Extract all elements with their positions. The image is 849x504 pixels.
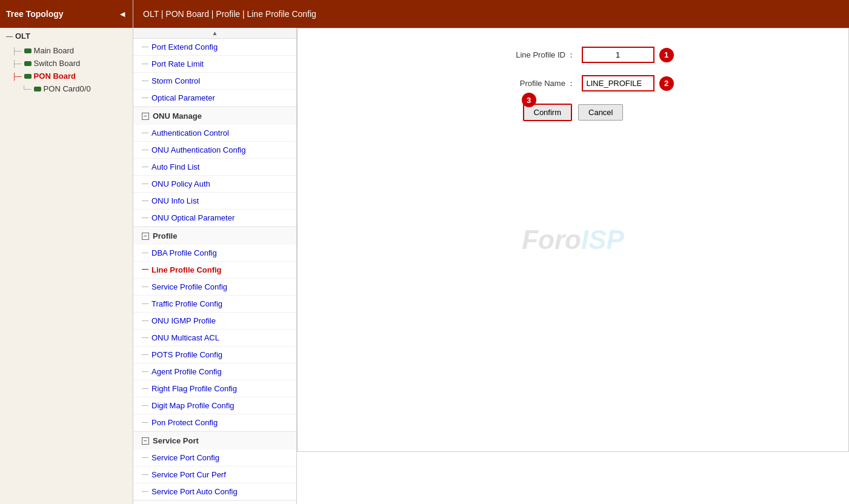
service-port-label: Service Port xyxy=(153,436,199,445)
nav-item-pon-protect[interactable]: Pon Protect Config xyxy=(133,414,296,431)
nav-item-auth-control[interactable]: Authentication Control xyxy=(133,125,296,142)
step-badge-1: 1 xyxy=(659,48,674,62)
tree-branch-card: └─ xyxy=(22,85,32,93)
tree-node-pon-card[interactable]: └─ PON Card0/0 xyxy=(16,82,133,95)
main-content: Foro ISP Line Profile ID ： 1 Profile Nam… xyxy=(297,28,849,504)
scroll-up-indicator[interactable]: ▲ xyxy=(133,28,296,39)
step-badge-3: 3 xyxy=(522,93,536,107)
nav-item-port-extend-config[interactable]: Port Extend Config xyxy=(133,39,296,56)
nav-item-optical-parameter[interactable]: Optical Parameter xyxy=(133,90,296,107)
sidebar-toggle[interactable]: ◄ xyxy=(118,9,127,19)
board-icon-switch xyxy=(24,61,32,66)
minus-box-icon: − xyxy=(142,113,149,120)
minus-box-service-icon: − xyxy=(142,437,149,445)
line-profile-id-label: Line Profile ID ： xyxy=(473,50,582,61)
pon-card-label: PON Card0/0 xyxy=(44,84,91,93)
nav-section-header-profile[interactable]: − Profile xyxy=(133,227,296,245)
profile-name-label: Profile Name ： xyxy=(473,78,582,89)
nav-section-onu-manage: − ONU Manage Authentication Control ONU … xyxy=(133,107,296,227)
step-badge-2: 2 xyxy=(659,76,674,91)
card-icon-pon xyxy=(34,87,41,91)
tree-branch-switch: ├─ xyxy=(12,60,22,67)
nav-item-auto-find-list[interactable]: Auto Find List xyxy=(133,159,296,176)
nav-item-dba-profile[interactable]: DBA Profile Config xyxy=(133,245,296,262)
breadcrumb: OLT | PON Board | Profile | Line Profile… xyxy=(133,0,849,28)
nav-item-right-flag-profile[interactable]: Right Flag Profile Config xyxy=(133,380,296,397)
tree-node-olt[interactable]: — OLT xyxy=(0,28,133,44)
nav-section-header-service-port[interactable]: − Service Port xyxy=(133,432,296,449)
tree-branch-pon: ├─ xyxy=(12,73,22,80)
tree-node-main-board[interactable]: ├─ Main Board xyxy=(6,44,133,57)
form-row-line-profile-id: Line Profile ID ： 1 xyxy=(310,47,836,63)
onu-manage-label: ONU Manage xyxy=(153,111,202,121)
nav-section-profile: − Profile DBA Profile Config Line Profil… xyxy=(133,227,296,432)
nav-item-traffic-profile[interactable]: Traffic Profile Config xyxy=(133,296,296,313)
nav-section-header-onu-manage[interactable]: − ONU Manage xyxy=(133,107,296,125)
nav-item-onu-auth-config[interactable]: ONU Authentication Config xyxy=(133,142,296,159)
board-icon-pon xyxy=(24,74,32,79)
nav-item-pots-profile[interactable]: POTS Profile Config xyxy=(133,346,296,363)
watermark-isp: ISP xyxy=(581,225,624,255)
nav-item-storm-control[interactable]: Storm Control xyxy=(133,73,296,90)
line-profile-id-input[interactable] xyxy=(582,47,654,63)
main-board-label: Main Board xyxy=(34,46,74,55)
button-row: Confirm 3 Cancel xyxy=(310,104,836,121)
profile-label: Profile xyxy=(153,231,177,240)
nav-item-onu-igmp-profile[interactable]: ONU IGMP Profile xyxy=(133,313,296,330)
nav-item-onu-optical-param[interactable]: ONU Optical Parameter xyxy=(133,210,296,227)
pon-board-label: PON Board xyxy=(34,71,76,81)
tree-node-pon-board[interactable]: ├─ PON Board xyxy=(6,70,133,82)
nav-item-onu-info-list[interactable]: ONU Info List xyxy=(133,193,296,210)
nav-item-service-port-config[interactable]: Service Port Config xyxy=(133,449,296,466)
profile-name-input[interactable] xyxy=(582,75,654,91)
olt-label-text: OLT xyxy=(15,31,30,41)
sidebar: Tree Topology ◄ — OLT ├─ Main Board ├─ S… xyxy=(0,0,133,504)
form-container: Foro ISP Line Profile ID ： 1 Profile Nam… xyxy=(297,28,849,452)
board-icon-main xyxy=(24,48,32,53)
watermark-foro: Foro xyxy=(522,225,581,255)
switch-board-label: Switch Board xyxy=(34,59,81,68)
minus-icon: — xyxy=(6,33,13,40)
form-row-profile-name: Profile Name ： 2 xyxy=(310,75,836,91)
nav-item-service-port-cur-perf[interactable]: Service Port Cur Perf xyxy=(133,466,296,483)
tree-branch-main: ├─ xyxy=(12,47,22,55)
cancel-button[interactable]: Cancel xyxy=(578,104,623,121)
watermark: Foro ISP xyxy=(522,225,624,255)
breadcrumb-text: OLT | PON Board | Profile | Line Profile… xyxy=(143,9,316,19)
nav-section-service-port: − Service Port Service Port Config Servi… xyxy=(133,432,296,501)
nav-section-port: Port Extend Config Port Rate Limit Storm… xyxy=(133,39,296,107)
sidebar-title: Tree Topology xyxy=(6,9,64,19)
minus-box-profile-icon: − xyxy=(142,233,149,240)
tree-node-switch-board[interactable]: ├─ Switch Board xyxy=(6,57,133,70)
nav-item-onu-multicast-acl[interactable]: ONU Multicast ACL xyxy=(133,330,296,346)
nav-item-line-profile[interactable]: Line Profile Config xyxy=(133,262,296,279)
nav-panel: ▲ Port Extend Config Port Rate Limit Sto… xyxy=(133,28,297,504)
sidebar-header: Tree Topology ◄ xyxy=(0,0,133,28)
nav-item-service-port-auto-config[interactable]: Service Port Auto Config xyxy=(133,483,296,500)
nav-item-onu-policy-auth[interactable]: ONU Policy Auth xyxy=(133,176,296,193)
nav-item-agent-profile[interactable]: Agent Profile Config xyxy=(133,363,296,380)
nav-item-digit-map-profile[interactable]: Digit Map Profile Config xyxy=(133,397,296,414)
nav-item-service-profile[interactable]: Service Profile Config xyxy=(133,279,296,296)
nav-item-port-rate-limit[interactable]: Port Rate Limit xyxy=(133,56,296,73)
